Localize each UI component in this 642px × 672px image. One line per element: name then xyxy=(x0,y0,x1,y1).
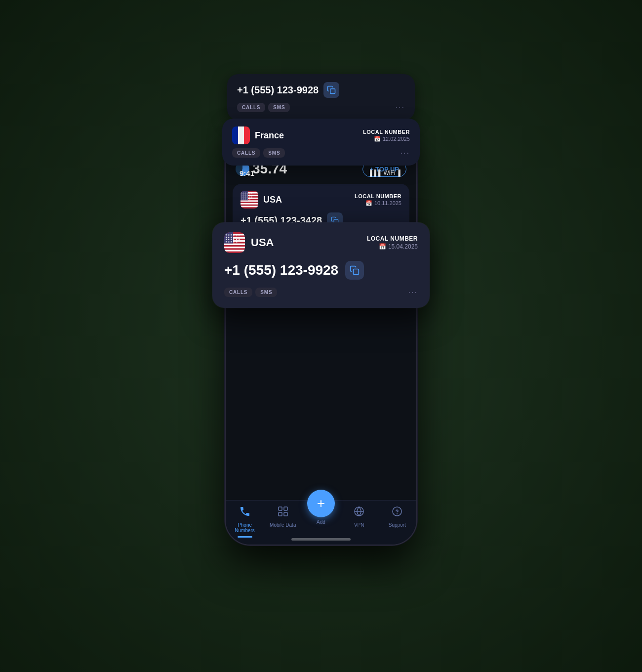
usa-bottom-country-name: USA xyxy=(263,195,282,205)
add-icon: + xyxy=(317,497,325,510)
france-flag-icon xyxy=(232,126,250,144)
popup-usa-flag-icon: ★ ★ ★ ★ ★ ★ ★ ★ ★ ★ ★ ★ ★ ★ ★ ★ ★ ★ ★ ★ … xyxy=(224,232,245,253)
france-sms-tag: SMS xyxy=(263,148,285,158)
svg-rect-31 xyxy=(279,512,282,516)
usa-bottom-card-country: ★★★★★★ ★★★★★ ★★★★★★ ★★★★★ USA xyxy=(241,191,282,209)
svg-rect-1 xyxy=(232,126,238,144)
svg-text:★★★★★: ★★★★★ xyxy=(241,198,251,200)
france-card-country: France xyxy=(232,126,284,144)
usa-bottom-meta: LOCAL NUMBER 📅 10.11.2025 xyxy=(355,193,401,207)
tab-add[interactable]: + Add xyxy=(306,501,336,525)
svg-rect-3 xyxy=(244,126,250,144)
svg-rect-8 xyxy=(224,244,245,245)
france-local-label: LOCAL NUMBER xyxy=(363,129,410,135)
support-icon xyxy=(391,505,403,520)
france-expiry: 📅 12.02.2025 xyxy=(363,136,410,142)
phone-numbers-active-bar xyxy=(238,536,252,538)
usa-bottom-local-label: LOCAL NUMBER xyxy=(355,193,401,199)
popup-country-name: USA xyxy=(251,236,274,249)
svg-rect-10 xyxy=(224,250,245,252)
phone-numbers-icon xyxy=(239,505,251,520)
svg-rect-23 xyxy=(241,206,258,207)
tab-phone-numbers[interactable]: Phone Numbers xyxy=(230,505,260,538)
svg-rect-0 xyxy=(330,89,335,94)
svg-point-35 xyxy=(393,507,401,516)
svg-rect-30 xyxy=(279,507,282,510)
svg-text:★ ★ ★ ★ ★: ★ ★ ★ ★ ★ xyxy=(225,241,238,243)
svg-rect-32 xyxy=(284,507,287,510)
france-card-meta: LOCAL NUMBER 📅 12.02.2025 xyxy=(363,129,410,142)
svg-rect-33 xyxy=(284,512,287,516)
usa-bottom-expiry: 📅 10.11.2025 xyxy=(355,200,401,207)
popup-more-button[interactable]: ··· xyxy=(408,288,418,297)
france-more-button[interactable]: ··· xyxy=(401,149,410,158)
svg-rect-16 xyxy=(354,269,359,275)
back-top-sms-tag: SMS xyxy=(268,103,290,112)
back-card-france: France LOCAL NUMBER 📅 12.02.2025 CALLS S… xyxy=(222,119,420,166)
france-calls-tag: CALLS xyxy=(232,148,260,158)
scene: +1 (555) 123-9928 CALLS SMS ··· xyxy=(217,64,425,608)
status-icons: ▐▐▐ WiFi ▌ xyxy=(368,169,402,176)
tab-support[interactable]: Support xyxy=(382,505,412,528)
add-label: Add xyxy=(317,519,325,525)
svg-rect-22 xyxy=(241,203,258,205)
back-top-phone-number: +1 (555) 123-9928 xyxy=(237,84,319,96)
home-indicator xyxy=(291,538,351,541)
mobile-data-label: Mobile Data xyxy=(270,522,296,528)
popup-copy-button[interactable] xyxy=(345,261,364,280)
popup-meta: LOCAL NUMBER 📅 15.04.2025 xyxy=(367,235,418,250)
popup-calendar-icon: 📅 xyxy=(379,243,386,250)
phone-frame: 9:41 ▐▐▐ WiFi ▌ 35.74 + TOP UP xyxy=(225,128,417,546)
phone-numbers-label: Phone Numbers xyxy=(230,522,260,533)
tab-vpn[interactable]: VPN xyxy=(344,505,374,528)
calendar-icon: 📅 xyxy=(374,136,381,142)
popup-country: ★ ★ ★ ★ ★ ★ ★ ★ ★ ★ ★ ★ ★ ★ ★ ★ ★ ★ ★ ★ … xyxy=(224,232,274,253)
popup-sms-tag: SMS xyxy=(255,288,277,297)
tab-mobile-data[interactable]: Mobile Data xyxy=(268,505,298,528)
svg-rect-2 xyxy=(238,126,244,144)
support-label: Support xyxy=(389,522,406,528)
back-top-tags: CALLS SMS xyxy=(237,103,290,112)
popup-calls-tag: CALLS xyxy=(224,288,252,297)
phone-content: 9:41 ▐▐▐ WiFi ▌ 35.74 + TOP UP xyxy=(226,156,416,545)
wifi-icon: WiFi xyxy=(383,169,395,176)
france-tags: CALLS SMS xyxy=(232,148,285,158)
status-time: 9:41 xyxy=(240,169,254,177)
popup-card: ★ ★ ★ ★ ★ ★ ★ ★ ★ ★ ★ ★ ★ ★ ★ ★ ★ ★ ★ ★ … xyxy=(212,222,430,308)
popup-tags: CALLS SMS xyxy=(224,288,277,297)
usa-bottom-calendar-icon: 📅 xyxy=(365,200,372,207)
back-top-copy-button[interactable] xyxy=(323,82,339,98)
usa-bottom-flag-icon: ★★★★★★ ★★★★★ ★★★★★★ ★★★★★ xyxy=(241,191,258,209)
popup-expiry: 📅 15.04.2025 xyxy=(367,243,418,250)
svg-rect-21 xyxy=(241,200,258,202)
add-fab-button[interactable]: + xyxy=(307,490,335,517)
signal-icon: ▐▐▐ xyxy=(368,169,381,176)
vpn-label: VPN xyxy=(354,522,364,528)
popup-phone-number: +1 (555) 123-9928 xyxy=(224,262,338,278)
battery-icon: ▌ xyxy=(398,169,402,176)
svg-rect-9 xyxy=(224,247,245,248)
popup-local-label: LOCAL NUMBER xyxy=(367,235,418,242)
back-top-more-button[interactable]: ··· xyxy=(396,103,405,112)
back-card-top: +1 (555) 123-9928 CALLS SMS ··· xyxy=(227,74,415,120)
back-top-calls-tag: CALLS xyxy=(237,103,265,112)
vpn-icon xyxy=(353,505,365,520)
france-country-name: France xyxy=(255,130,284,141)
mobile-data-icon xyxy=(277,505,289,520)
